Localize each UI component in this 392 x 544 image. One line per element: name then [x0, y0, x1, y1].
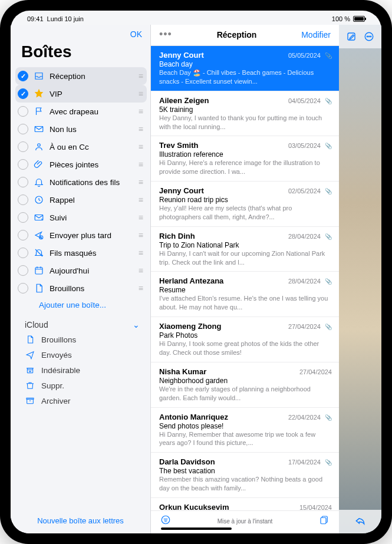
- sidebar-item-paperclip[interactable]: Pièces jointes≡: [15, 156, 147, 173]
- reorder-icon[interactable]: ≡: [139, 142, 142, 151]
- sidebar: OK Boîtes Réception≡VIP≡Avec drapeau≡Non…: [11, 25, 151, 533]
- preview-panel: [339, 25, 381, 533]
- message-sender: Jenny Court: [159, 186, 204, 195]
- compose-icon[interactable]: [345, 30, 358, 43]
- reorder-icon[interactable]: ≡: [139, 230, 142, 240]
- reorder-icon[interactable]: ≡: [139, 124, 142, 134]
- sidebar-item-inbox[interactable]: Réception≡: [15, 67, 147, 85]
- message-date: 28/04/2024 📎: [288, 278, 332, 285]
- checkbox-icon[interactable]: [18, 283, 28, 294]
- reorder-icon[interactable]: ≡: [139, 248, 142, 258]
- message-sender: Herland Antezana: [159, 276, 223, 285]
- chevron-down-icon: ⌄: [133, 320, 140, 329]
- sidebar-item-send-later[interactable]: Suivi≡: [15, 209, 147, 226]
- stack-icon[interactable]: [319, 515, 330, 527]
- sidebar-item-send-clock[interactable]: Envoyer plus tard≡: [15, 226, 147, 244]
- sidebar-item-calendar[interactable]: Aujourd'hui≡: [15, 262, 147, 279]
- edit-button[interactable]: Modifier: [301, 30, 331, 39]
- reorder-icon[interactable]: ≡: [139, 266, 142, 275]
- new-mailbox-button[interactable]: Nouvelle boîte aux lettres: [11, 510, 150, 533]
- sidebar-item-bell-slash[interactable]: Fils masqués≡: [15, 244, 147, 262]
- icloud-item-archive[interactable]: Archiver: [15, 393, 147, 408]
- message-date: 27/04/2024: [299, 368, 332, 375]
- sidebar-item-person[interactable]: À ou en Cc≡: [15, 138, 147, 156]
- reorder-icon[interactable]: ≡: [139, 107, 142, 116]
- message-row[interactable]: Antonio Manriquez22/04/2024 📎Send photos…: [151, 408, 339, 453]
- reorder-icon[interactable]: ≡: [139, 283, 142, 293]
- icloud-item-trash[interactable]: Suppr.: [15, 378, 147, 393]
- svg-point-16: [368, 36, 370, 37]
- checkbox-icon[interactable]: [18, 230, 28, 240]
- list-title: Réception: [177, 30, 297, 39]
- message-preview: We're in the early stages of planning a …: [159, 385, 332, 403]
- reorder-icon[interactable]: ≡: [139, 89, 142, 98]
- sidebar-item-label: Pièces jointes: [50, 160, 134, 169]
- message-date: 17/04/2024 📎: [288, 459, 332, 466]
- message-row[interactable]: Orkun Kucuksevim15/04/2024Day trip ideaH…: [151, 498, 339, 510]
- svg-rect-8: [27, 399, 34, 403]
- message-date: 15/04/2024: [299, 504, 332, 510]
- reorder-icon[interactable]: ≡: [139, 160, 142, 169]
- message-row[interactable]: Xiaomeng Zhong27/04/2024 📎Park PhotosHi …: [151, 317, 339, 362]
- message-subject: Park Photos: [159, 331, 332, 339]
- checkbox-icon[interactable]: [18, 248, 28, 258]
- more-icon[interactable]: •••: [159, 28, 172, 41]
- sidebar-item-clock[interactable]: Rappel≡: [15, 191, 147, 209]
- sidebar-item-label: À ou en Cc: [50, 143, 134, 151]
- svg-point-2: [38, 144, 41, 147]
- svg-rect-9: [27, 398, 34, 399]
- checkbox-icon[interactable]: [18, 177, 28, 187]
- message-row[interactable]: Jenny Court02/05/2024 📎Reunion road trip…: [151, 182, 339, 227]
- status-time: 09:41: [27, 15, 44, 22]
- message-row[interactable]: Trev Smith03/05/2024 📎Illustration refer…: [151, 136, 339, 182]
- reorder-icon[interactable]: ≡: [139, 71, 142, 81]
- icloud-item-paperplane[interactable]: Envoyés: [15, 347, 147, 362]
- message-preview: Hey Danny, I wanted to thank you for put…: [159, 114, 332, 131]
- checkbox-icon[interactable]: [18, 265, 28, 276]
- checkbox-icon[interactable]: [18, 71, 28, 81]
- message-subject: Beach day: [159, 60, 332, 68]
- checkbox-icon[interactable]: [18, 212, 28, 223]
- message-date: 04/05/2024 📎: [288, 97, 332, 104]
- checkbox-icon[interactable]: [18, 124, 28, 134]
- filter-icon[interactable]: [160, 515, 171, 527]
- message-scroll[interactable]: Jenny Court05/05/2024 📎Beach dayBeach Da…: [151, 46, 339, 510]
- sidebar-item-star[interactable]: VIP≡: [15, 85, 147, 103]
- checkbox-icon[interactable]: [18, 194, 28, 205]
- checkbox-icon[interactable]: [18, 141, 28, 152]
- add-mailbox-button[interactable]: Ajouter une boîte...: [15, 297, 147, 315]
- message-subject: Neighborhood garden: [159, 377, 332, 385]
- junk-icon: [25, 365, 35, 375]
- sidebar-item-bell[interactable]: Notifications des fils≡: [15, 173, 147, 191]
- sidebar-item-label: Aujourd'hui: [50, 266, 134, 275]
- reply-icon[interactable]: [354, 515, 366, 529]
- message-row[interactable]: Nisha Kumar27/04/2024Neighborhood garden…: [151, 362, 339, 408]
- checkbox-icon[interactable]: [18, 159, 28, 170]
- message-subject: Illustration reference: [159, 150, 332, 159]
- sidebar-item-doc[interactable]: Brouillons≡: [15, 279, 147, 297]
- status-bar: 09:41 Lundi 10 juin 100 %: [11, 11, 381, 25]
- star-icon: [33, 88, 45, 100]
- reorder-icon[interactable]: ≡: [139, 177, 142, 187]
- ok-button[interactable]: OK: [130, 29, 142, 39]
- message-row[interactable]: Darla Davidson17/04/2024 📎The best vacat…: [151, 453, 339, 498]
- message-date: 03/05/2024 📎: [288, 142, 332, 149]
- icloud-item-doc[interactable]: Brouillons: [15, 332, 147, 347]
- sidebar-item-flag[interactable]: Avec drapeau≡: [15, 103, 147, 120]
- message-row[interactable]: Aileen Zeigen04/05/2024 📎5K trainingHey …: [151, 91, 339, 137]
- message-row[interactable]: Rich Dinh28/04/2024 📎Trip to Zion Nation…: [151, 227, 339, 272]
- reorder-icon[interactable]: ≡: [139, 213, 142, 222]
- message-subject: Trip to Zion National Park: [159, 241, 332, 249]
- checkbox-icon[interactable]: [18, 106, 28, 117]
- icloud-section-header[interactable]: iCloud⌄: [15, 315, 147, 332]
- reorder-icon[interactable]: ≡: [139, 195, 142, 205]
- sidebar-item-envelope[interactable]: Non lus≡: [15, 120, 147, 138]
- icloud-item-junk[interactable]: Indésirable: [15, 362, 147, 378]
- ellipsis-circle-icon[interactable]: [363, 30, 375, 43]
- message-subject: Send photos please!: [159, 422, 332, 430]
- message-row[interactable]: Herland Antezana28/04/2024 📎ResumeI've a…: [151, 272, 339, 317]
- sidebar-item-label: Suivi: [50, 213, 134, 222]
- checkbox-icon[interactable]: [18, 88, 28, 99]
- sidebar-item-label: Envoyer plus tard: [50, 231, 134, 240]
- message-row[interactable]: Jenny Court05/05/2024 📎Beach dayBeach Da…: [151, 46, 339, 91]
